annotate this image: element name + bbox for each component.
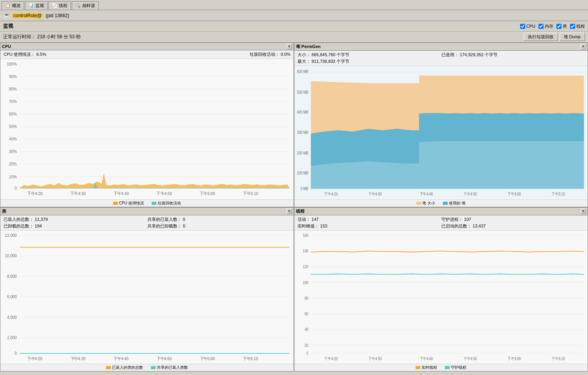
cpu-legend-usage-label: CPU 使用情况	[119, 201, 144, 206]
svg-text:12,000: 12,000	[5, 233, 17, 238]
heap-dump-button[interactable]: 堆 Dump	[560, 33, 585, 41]
heap-panel-close[interactable]: ✕	[581, 44, 586, 50]
svg-text:下午4:30: 下午4:30	[368, 356, 382, 361]
threads-active-value: 147	[312, 217, 319, 222]
svg-text:下午4:20: 下午4:20	[27, 191, 43, 196]
heap-size-dot	[416, 202, 421, 205]
threads-peak-stat: 实时峰值： 153	[298, 223, 441, 229]
cpu-panel-title: CPU	[2, 44, 11, 49]
cpu-checkbox-text: CPU	[526, 24, 535, 28]
classes-loaded-value: 11,379	[35, 217, 48, 222]
tab-monitor[interactable]: 📊 监视	[25, 1, 48, 10]
section-label: 监视	[3, 23, 13, 30]
threads-active-stat: 活动： 147	[298, 217, 441, 222]
svg-text:下午4:30: 下午4:30	[368, 192, 382, 196]
heap-size-stat: 大小： 665,845,760 个字节	[298, 52, 441, 58]
memory-checkbox-label[interactable]: 内存	[538, 23, 553, 29]
heap-chart-area: 600 MB 500 MB 400 MB 300 MB 200 MB 100 M…	[294, 66, 588, 199]
svg-text:70%: 70%	[9, 99, 17, 104]
cpu-checkbox-label[interactable]: CPU	[520, 24, 535, 29]
tab-sampler[interactable]: 🔍 抽样器	[72, 1, 99, 10]
memory-checkbox[interactable]	[538, 24, 544, 29]
cpu-usage-label: CPU 使用情况：	[4, 52, 35, 57]
svg-text:500 MB: 500 MB	[297, 90, 309, 94]
svg-text:下午4:40: 下午4:40	[113, 356, 129, 361]
svg-text:下午4:40: 下午4:40	[420, 192, 433, 196]
svg-text:下午5:10: 下午5:10	[552, 192, 565, 196]
svg-text:200 MB: 200 MB	[297, 151, 309, 155]
classes-panel: 类 ✕ 已装入的总数： 11,379 共享的已装入数： 0 已卸载的总数： 19…	[0, 207, 294, 372]
cpu-usage-value: 6.5%	[36, 52, 46, 57]
svg-text:50%: 50%	[9, 124, 17, 129]
heap-panel-header: 堆 PermGen ✕	[294, 43, 588, 51]
classes-shared-unloaded-stat: 共享的已卸载数： 0	[147, 223, 290, 229]
gc-button[interactable]: 执行垃圾回收	[524, 33, 558, 41]
panels-container: CPU ✕ CPU 使用情况： 6.5% 垃圾回收活动： 0.0%	[0, 43, 588, 371]
gc-dot	[152, 202, 156, 205]
svg-text:下午5:10: 下午5:10	[243, 191, 259, 196]
sampler-icon: 🔍	[75, 3, 81, 8]
tab-overview[interactable]: 📋 概述	[2, 1, 24, 10]
cpu-stats: CPU 使用情况： 6.5% 垃圾回收活动： 0.0%	[0, 50, 294, 59]
tab-bar: 📋 概述 📊 监视 📈 线程 🔍 抽样器	[0, 0, 588, 10]
svg-text:下午4:20: 下午4:20	[324, 192, 338, 196]
title-bar: ☕ controlRole@ (pid 13662)	[0, 10, 588, 21]
svg-text:400 MB: 400 MB	[297, 110, 309, 114]
cpu-checkbox[interactable]	[520, 24, 525, 29]
uptime-info: 正常运行时间： 218 小时 58 分 53 秒	[3, 34, 81, 40]
svg-text:600 MB: 600 MB	[297, 69, 309, 74]
classes-panel-title: 类	[2, 208, 6, 214]
cpu-legend-usage: CPU 使用情况	[113, 201, 144, 206]
threads-active-label: 活动：	[298, 217, 310, 222]
classes-checkbox-text: 类	[563, 23, 567, 29]
svg-text:40%: 40%	[9, 137, 17, 142]
heap-max-label: 最大：	[298, 59, 310, 64]
heap-chart: 600 MB 500 MB 400 MB 300 MB 200 MB 100 M…	[294, 66, 588, 199]
cpu-usage-stat: CPU 使用情况： 6.5%	[4, 52, 46, 57]
svg-text:下午4:20: 下午4:20	[324, 356, 338, 361]
heap-panel-title: 堆 PermGen	[296, 44, 321, 50]
svg-text:4,000: 4,000	[7, 315, 17, 320]
cpu-panel-close[interactable]: ✕	[287, 44, 292, 49]
action-buttons: 执行垃圾回收 堆 Dump	[524, 33, 585, 41]
heap-legend: 堆 大小 使用的 堆	[294, 199, 588, 207]
heap-max-stat: 最大： 911,736,832 个字节	[298, 59, 441, 64]
classes-unloaded-value: 194	[35, 224, 42, 228]
svg-text:下午5:00: 下午5:00	[200, 191, 215, 196]
threads-checkbox[interactable]	[570, 24, 575, 29]
threads-daemon-stat: 守护进程： 107	[441, 217, 584, 222]
threads-legend-daemon: 守护线程	[445, 365, 466, 370]
process-name: controlRole@	[12, 13, 43, 18]
classes-checkbox[interactable]	[556, 24, 561, 29]
classes-shared-unloaded-value: 0	[183, 224, 185, 228]
classes-legend-shared: 共享的已装入类数	[151, 365, 188, 370]
svg-text:80%: 80%	[9, 86, 17, 91]
live-threads-dot	[416, 366, 420, 369]
svg-text:下午4:40: 下午4:40	[113, 191, 129, 196]
svg-text:下午5:10: 下午5:10	[243, 356, 258, 361]
threads-legend: 实时线程 守护线程	[294, 364, 588, 371]
svg-text:下午4:20: 下午4:20	[27, 356, 43, 361]
threads-checkbox-label[interactable]: 线程	[570, 23, 585, 29]
toolbar: 监视 CPU 内存 类 线程	[0, 21, 588, 32]
threads-peak-label: 实时峰值：	[298, 224, 319, 228]
threads-panel-close[interactable]: ✕	[581, 208, 586, 214]
classes-loaded-legend-label: 已装入的类的总数	[112, 365, 143, 370]
checkboxes-area: CPU 内存 类 线程	[520, 23, 585, 29]
svg-text:100%: 100%	[7, 61, 17, 66]
threads-legend-live: 实时线程	[416, 365, 437, 370]
svg-text:下午4:50: 下午4:50	[464, 356, 477, 361]
daemon-threads-label: 守护线程	[451, 365, 466, 370]
svg-text:下午4:30: 下午4:30	[70, 191, 86, 196]
cpu-usage-dot	[113, 202, 118, 205]
classes-loaded-dot	[106, 366, 111, 369]
svg-text:10%: 10%	[9, 174, 17, 179]
svg-text:0 MB: 0 MB	[301, 186, 308, 191]
classes-checkbox-label[interactable]: 类	[556, 23, 567, 29]
classes-panel-close[interactable]: ✕	[287, 208, 292, 214]
tab-monitor-label: 监视	[35, 3, 44, 9]
gc-activity-stat: 垃圾回收活动： 0.0%	[250, 52, 290, 57]
svg-text:30%: 30%	[9, 149, 17, 154]
tab-threads[interactable]: 📈 线程	[48, 1, 71, 10]
threads-checkbox-text: 线程	[576, 23, 585, 29]
